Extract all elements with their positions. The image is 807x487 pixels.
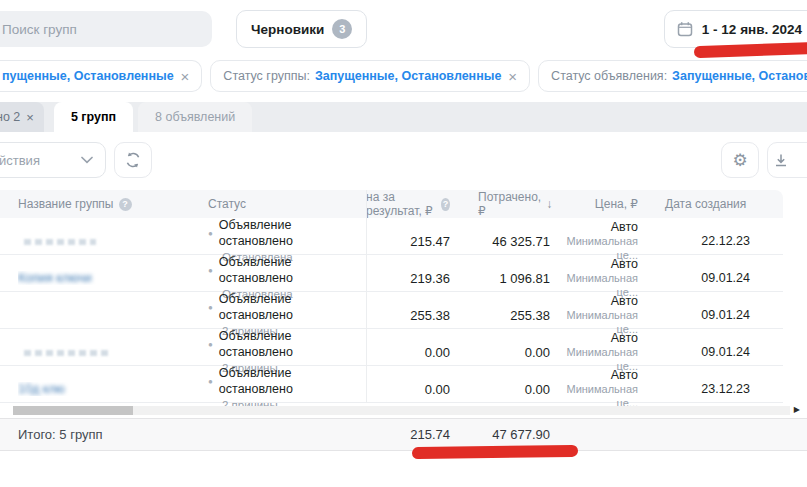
table-row[interactable]: ●Объявление остановлено Остановлена 215.… (0, 218, 783, 255)
status-dot-icon: ● (208, 304, 213, 312)
scrollbar-thumb[interactable] (13, 406, 133, 415)
result-price-cell: 255.38 (366, 308, 450, 323)
status-text: Объявление остановлено (219, 292, 366, 323)
spent-cell: 255.38 (450, 308, 550, 323)
selected-items-chip[interactable]: но 2 × (0, 102, 44, 132)
calendar-icon (677, 21, 693, 37)
totals-result-price: 215.74 (366, 427, 450, 442)
refresh-icon (124, 151, 142, 169)
created-date-cell: 09.01.24 (638, 308, 783, 322)
status-text: Объявление остановлено (219, 218, 366, 249)
red-marker-totals-underline (412, 445, 578, 459)
status-dot-icon: ● (208, 378, 213, 386)
group-name-link[interactable]: 10д клю (18, 382, 208, 396)
export-button[interactable] (767, 142, 807, 178)
filter-chip-label: Статус объявления: (551, 69, 667, 83)
result-price-cell: 0.00 (366, 345, 450, 360)
table-row[interactable]: ●Объявление остановлено 2 причины 0.00 0… (0, 329, 783, 366)
result-price-cell: 219.36 (366, 271, 450, 286)
actions-dropdown-label: йствия (0, 153, 40, 168)
filter-chip-status[interactable]: пущенные, Остановленные × (0, 60, 202, 92)
search-input[interactable] (2, 22, 182, 37)
table-row[interactable]: ●Объявление остановлено 2 причины 255.38… (0, 292, 783, 329)
refresh-button[interactable] (114, 142, 152, 178)
status-text: Объявление остановлено (219, 255, 366, 286)
status-text: Объявление остановлено (219, 366, 366, 397)
spent-cell: 46 325.71 (450, 234, 550, 249)
created-date-cell: 23.12.23 (638, 382, 783, 396)
scrollbar-track[interactable] (13, 406, 790, 415)
col-header-name[interactable]: Название группы ? (18, 197, 208, 211)
settings-button[interactable]: ⚙ (721, 142, 759, 178)
drafts-count-badge: 3 (332, 19, 352, 39)
close-icon[interactable]: × (26, 110, 34, 125)
col-header-created[interactable]: Дата создания (638, 197, 783, 211)
filter-chip-group-status[interactable]: Статус группы: Запущенные, Остановленные… (210, 60, 530, 92)
totals-spent: 47 677.90 (450, 427, 550, 442)
col-header-status[interactable]: Статус (208, 197, 366, 211)
selected-items-label: но 2 (0, 110, 20, 124)
status-dot-icon: ● (208, 230, 213, 238)
status-dot-icon: ● (208, 267, 213, 275)
chevron-down-icon (81, 156, 93, 164)
status-dot-icon: ● (208, 341, 213, 349)
totals-bar: Итого: 5 групп 215.74 47 677.90 (0, 418, 807, 451)
filter-chip-value: Запущенные, Остановленные (672, 69, 807, 83)
table-row[interactable]: Копия ключи ●Объявление остановлено Оста… (0, 255, 783, 292)
actions-row: йствия ⚙ (0, 142, 807, 178)
download-icon (773, 152, 789, 168)
col-header-price[interactable]: Цена, ₽ (550, 197, 638, 211)
tab-groups[interactable]: 5 групп (54, 102, 133, 132)
tab-ads[interactable]: 8 объявлений (138, 102, 252, 132)
result-price-cell: 0.00 (366, 382, 450, 397)
group-name-link[interactable]: Копия ключи (18, 271, 208, 285)
group-name-link[interactable] (18, 345, 208, 359)
status-text: Объявление остановлено (219, 329, 366, 360)
group-name-link[interactable] (18, 234, 208, 248)
gear-icon: ⚙ (732, 152, 747, 169)
horizontal-scrollbar: ▶ (0, 404, 800, 416)
group-search[interactable] (0, 11, 212, 47)
help-icon[interactable]: ? (119, 198, 132, 211)
filter-chip-value: пущенные, Остановленные (2, 69, 174, 83)
close-icon[interactable]: × (181, 69, 190, 84)
drafts-label: Черновики (251, 22, 324, 37)
filter-chip-ad-status[interactable]: Статус объявления: Запущенные, Остановле… (538, 60, 807, 92)
created-date-cell: 09.01.24 (638, 345, 783, 359)
table-header: Название группы ? Статус на за результат… (0, 190, 783, 218)
drafts-button[interactable]: Черновики 3 (236, 10, 367, 48)
col-header-spent[interactable]: Потрачено, ₽ ↓ (450, 190, 550, 218)
price-cell: Авто Минимальная це... (550, 368, 638, 411)
created-date-cell: 22.12.23 (638, 234, 783, 248)
date-range-value: 1 - 12 янв. 2024 (702, 22, 802, 37)
help-icon[interactable]: ? (441, 198, 450, 211)
totals-label: Итого: 5 групп (18, 427, 208, 442)
result-price-cell: 215.47 (366, 234, 450, 249)
spent-cell: 0.00 (450, 382, 550, 397)
col-header-result-price[interactable]: на за результат, ₽ ? (366, 190, 450, 218)
filter-chip-value: Запущенные, Остановленные (315, 69, 501, 83)
created-date-cell: 09.01.24 (638, 271, 783, 285)
actions-dropdown[interactable]: йствия (0, 142, 106, 178)
frozen-columns-divider (366, 190, 367, 403)
redacted-group-name (24, 350, 112, 356)
filter-row: пущенные, Остановленные × Статус группы:… (0, 60, 807, 92)
close-icon[interactable]: × (508, 69, 517, 84)
tab-strip: но 2 × 5 групп 8 объявлений (0, 102, 807, 132)
table-row[interactable]: 10д клю ●Объявление остановлено 2 причин… (0, 366, 783, 403)
spent-cell: 0.00 (450, 345, 550, 360)
groups-table: Название группы ? Статус на за результат… (0, 190, 783, 403)
redacted-group-name (24, 239, 96, 245)
top-bar: Черновики 3 1 - 12 янв. 2024 (0, 0, 807, 48)
filter-chip-label: Статус группы: (223, 69, 310, 83)
spent-cell: 1 096.81 (450, 271, 550, 286)
scroll-right-icon[interactable]: ▶ (794, 406, 800, 414)
